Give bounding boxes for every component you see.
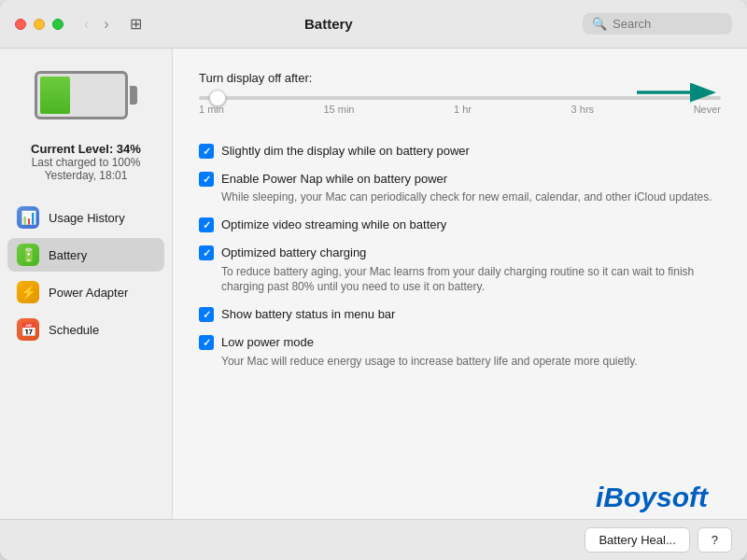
option-dim-display: Slightly dim the display while on batter… (199, 137, 721, 165)
content-panel: Turn display off after: (173, 49, 747, 519)
battery-body (35, 71, 128, 119)
slider-container: 1 min 15 min 1 hr 3 hrs Never (199, 96, 721, 115)
sidebar-item-label-usage: Usage History (49, 211, 125, 225)
search-icon: 🔍 (592, 17, 607, 31)
close-button[interactable] (15, 19, 26, 30)
battery-fill (40, 77, 70, 114)
schedule-icon: 📅 (17, 318, 39, 341)
checkbox-low-power[interactable] (199, 335, 214, 350)
battery-time-text: Yesterday, 18:01 (15, 169, 157, 182)
option-battery-status-label: Show battery status in menu bar (221, 306, 395, 323)
option-low-power-label: Low power mode (221, 334, 314, 351)
window-title: Battery (75, 16, 583, 32)
bottom-bar: Battery Heal... ? (0, 519, 747, 560)
slider-label-3hrs: 3 hrs (571, 104, 594, 115)
battery-display (7, 71, 164, 123)
option-low-power-description: Your Mac will reduce energy usage to inc… (221, 354, 721, 370)
titlebar: ‹ › ⊞ Battery 🔍 (0, 0, 747, 49)
main-content: Current Level: 34% Last charged to 100% … (0, 49, 747, 519)
option-optimized-charging-main: Optimized battery charging (199, 245, 721, 261)
sidebar-item-battery[interactable]: 🔋 Battery (7, 238, 164, 272)
traffic-lights (15, 19, 63, 30)
option-video-streaming-main: Optimize video streaming while on batter… (199, 217, 721, 233)
display-section: Turn display off after: (199, 71, 721, 115)
option-optimized-charging-label: Optimized battery charging (221, 245, 366, 261)
option-battery-status-main: Show battery status in menu bar (199, 306, 721, 323)
sidebar-item-label-power: Power Adapter (49, 286, 128, 300)
main-window: ‹ › ⊞ Battery 🔍 Current Leve (0, 0, 747, 560)
battery-menu-icon: 🔋 (17, 244, 39, 266)
checkbox-dim-display[interactable] (199, 144, 214, 159)
search-box[interactable]: 🔍 (583, 13, 732, 35)
checkbox-optimized-charging[interactable] (199, 245, 214, 260)
slider-label-1hr: 1 hr (454, 104, 472, 115)
option-power-nap: Enable Power Nap while on battery power … (199, 165, 721, 211)
options-section: Slightly dim the display while on batter… (199, 137, 721, 374)
sidebar-item-label-schedule: Schedule (49, 323, 99, 337)
battery-level-text: Current Level: 34% (15, 142, 157, 156)
option-power-nap-label: Enable Power Nap while on battery power (221, 171, 447, 188)
checkbox-video-streaming[interactable] (199, 217, 214, 232)
battery-charged-text: Last charged to 100% (15, 156, 157, 169)
usage-history-icon: 📊 (17, 206, 39, 229)
battery-icon-wrapper (35, 71, 137, 123)
display-arrow (637, 76, 721, 109)
option-optimized-charging: Optimized battery charging To reduce bat… (199, 239, 721, 301)
sidebar-item-schedule[interactable]: 📅 Schedule (7, 313, 164, 346)
search-input[interactable] (613, 17, 715, 31)
option-battery-status: Show battery status in menu bar (199, 301, 721, 329)
minimize-button[interactable] (34, 19, 45, 30)
option-power-nap-main: Enable Power Nap while on battery power (199, 171, 721, 188)
slider-label-15min: 15 min (323, 104, 354, 115)
option-low-power: Low power mode Your Mac will reduce ener… (199, 329, 721, 374)
sidebar-item-power-adapter[interactable]: ⚡ Power Adapter (7, 275, 164, 309)
question-button[interactable]: ? (698, 527, 732, 553)
option-optimized-charging-description: To reduce battery aging, your Mac learns… (221, 264, 721, 296)
sidebar-item-usage-history[interactable]: 📊 Usage History (7, 201, 164, 234)
power-adapter-icon: ⚡ (17, 281, 39, 303)
checkbox-power-nap[interactable] (199, 172, 214, 187)
checkbox-battery-status[interactable] (199, 307, 214, 322)
maximize-button[interactable] (52, 19, 63, 30)
option-low-power-main: Low power mode (199, 334, 721, 351)
option-power-nap-description: While sleeping, your Mac can periodicall… (221, 189, 721, 205)
sidebar: Current Level: 34% Last charged to 100% … (0, 49, 173, 519)
battery-tip (130, 86, 137, 105)
option-video-streaming-label: Optimize video streaming while on batter… (221, 217, 446, 233)
battery-info: Current Level: 34% Last charged to 100% … (7, 142, 164, 182)
option-video-streaming: Optimize video streaming while on batter… (199, 211, 721, 239)
option-dim-display-label: Slightly dim the display while on batter… (221, 143, 470, 160)
option-dim-display-main: Slightly dim the display while on batter… (199, 143, 721, 160)
battery-health-button[interactable]: Battery Heal... (585, 527, 689, 553)
sidebar-item-label-battery: Battery (49, 248, 87, 262)
